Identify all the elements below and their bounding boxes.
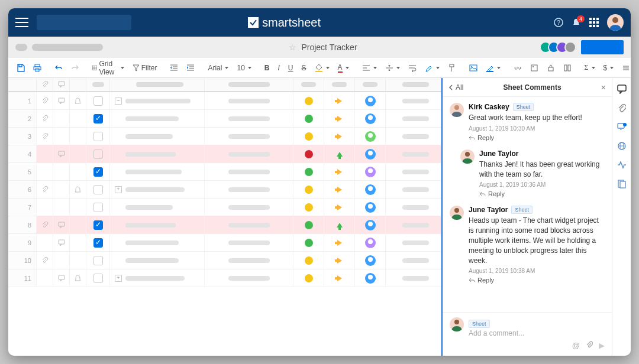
filter-button[interactable]: Filter — [129, 61, 161, 74]
sum-icon[interactable]: Σ — [581, 61, 599, 74]
row-reminder-icon[interactable] — [70, 128, 86, 145]
comments-back-button[interactable]: All — [448, 83, 463, 92]
checkbox[interactable] — [93, 150, 103, 159]
row-reminder-icon[interactable] — [70, 234, 86, 251]
italic-icon[interactable]: I — [275, 61, 283, 74]
grid-row[interactable]: 3 — [8, 128, 441, 145]
row-attachment-icon[interactable] — [37, 163, 53, 180]
grid-row[interactable]: 10 — [8, 252, 441, 269]
send-icon[interactable]: ▶ — [599, 341, 605, 350]
comment-column-icon[interactable] — [53, 78, 70, 91]
fill-color-dropdown[interactable] — [311, 61, 333, 74]
expand-icon[interactable]: + — [115, 275, 122, 282]
undo-icon[interactable] — [51, 61, 66, 74]
checkbox[interactable] — [93, 114, 103, 124]
grid-row[interactable]: 6+ — [8, 181, 441, 199]
strikethrough-icon[interactable]: S — [298, 61, 310, 74]
help-icon[interactable]: ? — [554, 18, 563, 27]
assignee-avatar[interactable] — [365, 220, 376, 230]
rail-proofs-icon[interactable] — [617, 122, 627, 132]
bold-icon[interactable]: B — [261, 61, 273, 74]
link-icon[interactable] — [510, 61, 525, 74]
assignee-avatar[interactable] — [365, 113, 376, 124]
rail-comments-icon[interactable] — [617, 84, 627, 95]
row-attachment-icon[interactable] — [37, 110, 53, 127]
checkbox[interactable] — [93, 238, 103, 248]
attach-icon[interactable] — [586, 341, 593, 350]
row-attachment-icon[interactable] — [37, 234, 53, 251]
row-comment-icon[interactable] — [53, 199, 70, 216]
lock-column-icon[interactable] — [543, 61, 559, 74]
grid-row[interactable]: 5 — [8, 163, 441, 181]
rail-attachments-icon[interactable] — [617, 103, 627, 113]
indent-icon[interactable] — [183, 61, 198, 74]
row-comment-icon[interactable] — [53, 128, 70, 145]
star-icon[interactable]: ☆ — [289, 43, 296, 52]
row-reminder-icon[interactable] — [70, 269, 86, 287]
row-comment-icon[interactable] — [53, 92, 70, 109]
grid-row[interactable]: 1− — [8, 92, 441, 110]
row-reminder-icon[interactable] — [70, 216, 86, 233]
font-size-dropdown[interactable]: 10 — [233, 61, 254, 74]
row-comment-icon[interactable] — [53, 234, 70, 251]
row-attachment-icon[interactable] — [37, 199, 53, 216]
row-reminder-icon[interactable] — [70, 181, 86, 198]
currency-icon[interactable]: $ — [600, 61, 618, 74]
close-icon[interactable]: × — [601, 83, 606, 92]
assignee-avatar[interactable] — [365, 167, 376, 177]
text-color-dropdown[interactable]: A — [334, 61, 353, 75]
menu-icon[interactable] — [15, 18, 28, 27]
search-input[interactable] — [37, 15, 131, 30]
highlight-icon[interactable] — [421, 61, 443, 74]
font-family-dropdown[interactable]: Arial — [204, 61, 232, 74]
redo-icon[interactable] — [67, 61, 83, 74]
row-comment-icon[interactable] — [53, 216, 70, 233]
print-icon[interactable] — [30, 61, 45, 74]
outdent-icon[interactable] — [166, 61, 182, 74]
underline-icon[interactable]: U — [285, 61, 297, 74]
row-comment-icon[interactable] — [53, 269, 70, 287]
rail-activity-icon[interactable] — [617, 160, 627, 170]
vertical-align-icon[interactable] — [382, 61, 404, 74]
reply-button[interactable]: Reply — [469, 277, 605, 284]
checkbox[interactable] — [93, 274, 103, 283]
reply-button[interactable]: Reply — [479, 190, 605, 197]
assignee-avatar[interactable] — [365, 202, 376, 213]
row-reminder-icon[interactable] — [70, 110, 86, 127]
shared-avatars[interactable] — [543, 41, 576, 53]
row-reminder-icon[interactable] — [70, 199, 86, 216]
row-attachment-icon[interactable] — [37, 181, 53, 198]
grid-row[interactable]: 11+ — [8, 269, 441, 287]
row-attachment-icon[interactable] — [37, 128, 53, 145]
grid-row[interactable]: 4 — [8, 145, 441, 163]
checkbox[interactable] — [93, 185, 103, 194]
row-comment-icon[interactable] — [53, 252, 70, 269]
conditional-format-icon[interactable] — [482, 61, 504, 74]
row-reminder-icon[interactable] — [70, 92, 86, 109]
sheet-grid[interactable]: 1−23456+7891011+ — [8, 78, 441, 356]
row-attachment-icon[interactable] — [37, 252, 53, 269]
percent-icon[interactable] — [618, 61, 631, 74]
assignee-avatar[interactable] — [365, 255, 376, 266]
row-reminder-icon[interactable] — [70, 145, 86, 162]
expand-icon[interactable]: + — [115, 186, 122, 193]
assignee-avatar[interactable] — [365, 131, 376, 142]
row-comment-icon[interactable] — [53, 163, 70, 180]
collapse-icon[interactable]: − — [115, 98, 122, 105]
mention-icon[interactable]: @ — [572, 341, 580, 350]
grid-row[interactable]: 2 — [8, 110, 441, 128]
notifications-icon[interactable]: 4 — [572, 18, 581, 27]
grid-view-dropdown[interactable]: Grid View — [89, 57, 128, 79]
assignee-avatar[interactable] — [365, 96, 376, 106]
checkbox[interactable] — [93, 132, 103, 141]
attachment-column-icon[interactable] — [37, 78, 53, 91]
apps-grid-icon[interactable] — [589, 18, 599, 27]
checkbox[interactable] — [93, 220, 103, 230]
insert-column-icon[interactable] — [560, 61, 575, 74]
checkbox[interactable] — [93, 167, 103, 177]
grid-row[interactable]: 9 — [8, 234, 441, 252]
compose-input[interactable]: Add a comment... — [469, 328, 605, 337]
row-attachment-icon[interactable] — [37, 216, 53, 233]
row-attachment-icon[interactable] — [37, 269, 53, 287]
assignee-avatar[interactable] — [365, 184, 376, 195]
